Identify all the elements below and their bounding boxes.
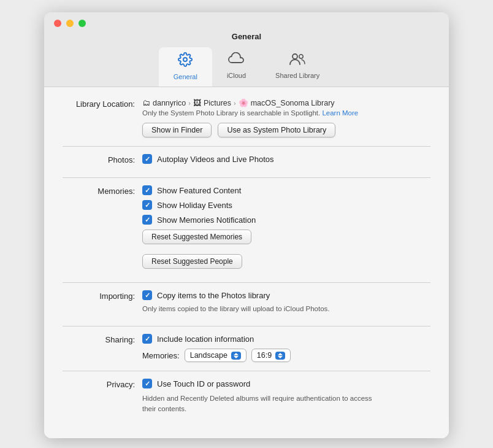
photos-label: Photos: [63, 154, 142, 164]
main-window: General General iCloud [44, 12, 449, 438]
arrow-up-icon [234, 353, 239, 355]
breadcrumb: 🗂 dannyrico › 🖼 Pictures › 🌸 macOS_Sonom… [142, 98, 430, 107]
divider-1 [63, 146, 430, 147]
show-featured-checkbox[interactable] [142, 185, 152, 195]
privacy-note: Hidden and Recently Deleted albums will … [142, 393, 388, 415]
aspect-ratio-value: 16:9 [257, 351, 272, 360]
show-memories-notification-checkbox[interactable] [142, 215, 152, 225]
minimize-button[interactable] [66, 20, 74, 27]
people-icon [289, 52, 306, 69]
aspect-ratio-select[interactable]: 16:9 [251, 349, 291, 362]
reset-suggested-people-button[interactable]: Reset Suggested People [142, 254, 242, 269]
divider-2 [63, 177, 430, 178]
photos-icon: 🌸 [239, 98, 248, 107]
spotlight-note: Only the System Photo Library is searcha… [142, 109, 430, 117]
tab-bar: General iCloud [159, 47, 334, 87]
show-featured-label: Show Featured Content [157, 186, 241, 195]
breadcrumb-user: dannyrico [153, 99, 186, 107]
memories-content: Show Featured Content Show Holiday Event… [142, 185, 430, 274]
show-notification-row: Show Memories Notification [142, 215, 430, 225]
importing-section: Importing: Copy items to the Photos libr… [63, 290, 430, 317]
privacy-content: Use Touch ID or password Hidden and Rece… [142, 379, 430, 415]
privacy-section: Privacy: Use Touch ID or password Hidden… [63, 379, 430, 415]
window-title: General [232, 32, 261, 41]
autoplay-label: Autoplay Videos and Live Photos [157, 155, 274, 164]
photos-content: Autoplay Videos and Live Photos [142, 154, 430, 169]
show-holiday-label: Show Holiday Events [157, 201, 232, 210]
traffic-lights [54, 20, 86, 27]
touch-id-checkbox[interactable] [142, 379, 152, 388]
orientation-select[interactable]: Landscape [185, 349, 246, 362]
autoplay-checkbox[interactable] [142, 154, 152, 164]
divider-5 [63, 371, 430, 371]
include-location-checkbox[interactable] [142, 334, 152, 344]
titlebar: General General iCloud [44, 12, 449, 87]
privacy-label: Privacy: [63, 379, 142, 389]
show-in-finder-button[interactable]: Show in Finder [142, 123, 212, 137]
tab-shared-library[interactable]: Shared Library [261, 47, 334, 87]
importing-content: Copy items to the Photos library Only it… [142, 290, 430, 317]
memories-label: Memories: [63, 185, 142, 196]
content-area: Library Location: 🗂 dannyrico › 🖼 Pictur… [44, 87, 449, 438]
aspect-ratio-arrows[interactable] [275, 352, 285, 360]
learn-more-link[interactable]: Learn More [322, 109, 358, 117]
show-featured-row: Show Featured Content [142, 185, 430, 195]
orientation-arrows[interactable] [231, 352, 241, 360]
library-buttons: Show in Finder Use as System Photo Libra… [142, 123, 430, 137]
memories-section: Memories: Show Featured Content Show Hol… [63, 185, 430, 274]
breadcrumb-library: macOS_Sonoma Library [251, 99, 335, 107]
sharing-memories-label: Memories: [142, 351, 180, 360]
copy-items-note: Only items copied to the library will up… [142, 305, 430, 312]
tab-general-label: General [174, 73, 197, 80]
tab-shared-library-label: Shared Library [275, 72, 319, 79]
sharing-label: Sharing: [63, 334, 142, 344]
include-location-label: Include location information [157, 334, 254, 344]
sharing-memories-row: Memories: Landscape 16:9 [142, 349, 430, 362]
svg-point-0 [292, 54, 297, 59]
touch-id-row: Use Touch ID or password [142, 379, 430, 388]
aspect-up-icon [278, 353, 283, 355]
breadcrumb-sep-1: › [188, 99, 191, 107]
orientation-value: Landscape [190, 351, 227, 360]
tab-icloud-label: iCloud [227, 72, 246, 79]
arrow-down-icon [234, 356, 239, 358]
importing-label: Importing: [63, 290, 142, 301]
library-location-section: Library Location: 🗂 dannyrico › 🖼 Pictur… [63, 98, 430, 137]
copy-items-row: Copy items to the Photos library [142, 290, 430, 300]
close-button[interactable] [54, 20, 61, 27]
sharing-section: Sharing: Include location information Me… [63, 334, 430, 362]
divider-3 [63, 282, 430, 283]
use-system-photo-library-button[interactable]: Use as System Photo Library [218, 123, 335, 137]
library-location-content: 🗂 dannyrico › 🖼 Pictures › 🌸 macOS_Sonom… [142, 98, 430, 137]
breadcrumb-sep-2: › [234, 99, 236, 107]
tab-general[interactable]: General [159, 47, 212, 87]
reset-suggested-memories-button[interactable]: Reset Suggested Memories [142, 230, 251, 244]
tab-icloud[interactable]: iCloud [212, 47, 261, 87]
show-holiday-row: Show Holiday Events [142, 200, 430, 210]
divider-4 [63, 326, 430, 326]
gear-icon [178, 52, 193, 71]
maximize-button[interactable] [78, 20, 86, 27]
include-location-row: Include location information [142, 334, 430, 344]
pictures-folder-icon: 🖼 [193, 98, 201, 107]
svg-point-1 [299, 55, 303, 58]
photos-section: Photos: Autoplay Videos and Live Photos [63, 154, 430, 169]
breadcrumb-pictures: Pictures [204, 99, 231, 107]
folder-icon: 🗂 [142, 98, 150, 107]
copy-items-label: Copy items to the Photos library [157, 291, 270, 300]
library-location-label: Library Location: [63, 98, 142, 109]
show-notification-label: Show Memories Notification [157, 215, 256, 225]
autoplay-row: Autoplay Videos and Live Photos [142, 154, 430, 164]
sharing-content: Include location information Memories: L… [142, 334, 430, 362]
touch-id-label: Use Touch ID or password [157, 379, 250, 388]
aspect-down-icon [278, 356, 283, 358]
icloud-icon [228, 52, 244, 69]
copy-items-checkbox[interactable] [142, 290, 152, 300]
show-holiday-checkbox[interactable] [142, 200, 152, 210]
